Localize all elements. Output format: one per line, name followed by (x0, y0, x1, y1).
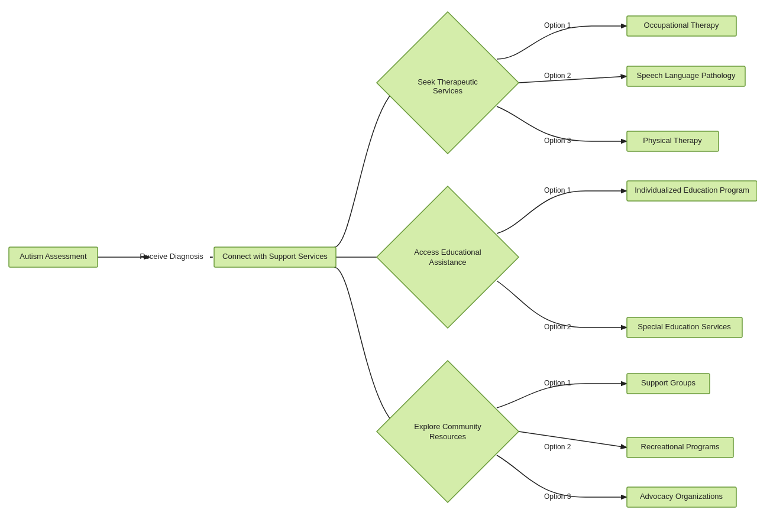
explore-community-node (377, 361, 519, 502)
edge-community-to-sg (497, 384, 585, 408)
seek-therapeutic-label: Seek Therapeutic (418, 77, 478, 86)
edge-connect-to-therapeutic (334, 83, 409, 247)
edge-therapeutic-to-ot (497, 26, 591, 59)
explore-community-label2: Resources (429, 432, 467, 441)
option1-therapeutic-label: Option 1 (544, 21, 571, 30)
edge-educational-to-iep (497, 191, 585, 233)
occupational-therapy-label: Occupational Therapy (644, 21, 719, 30)
option1-educational-label: Option 1 (544, 186, 571, 194)
edge-community-to-ao (497, 455, 585, 497)
explore-community-label: Explore Community (414, 422, 481, 431)
edge-connect-to-community (334, 267, 409, 432)
option3-community-label: Option 3 (544, 492, 571, 501)
iep-label: Individualized Education Program (635, 186, 749, 194)
connect-support-label: Connect with Support Services (222, 252, 328, 261)
option1-community-label: Option 1 (544, 379, 571, 387)
seek-therapeutic-label2: Services (433, 86, 462, 95)
access-educational-label2: Assistance (429, 258, 467, 267)
physical-therapy-label: Physical Therapy (643, 136, 702, 145)
support-groups-label: Support Groups (641, 378, 695, 387)
recreational-programs-label: Recreational Programs (641, 442, 720, 451)
access-educational-label: Access Educational (414, 248, 481, 257)
receive-diagnosis-label: Receive Diagnosis (140, 252, 203, 261)
edge-community-to-rp (519, 432, 627, 447)
edge-therapeutic-to-slp (519, 76, 627, 83)
option2-therapeutic-label: Option 2 (544, 72, 571, 80)
autism-assessment-label: Autism Assessment (20, 252, 87, 261)
option2-community-label: Option 2 (544, 443, 571, 451)
edge-therapeutic-to-pt (497, 106, 591, 141)
advocacy-organizations-label: Advocacy Organizations (640, 492, 723, 501)
ses-label: Special Education Services (638, 322, 731, 331)
access-educational-node (377, 186, 519, 328)
edge-educational-to-ses (497, 281, 585, 327)
option3-therapeutic-label: Option 3 (544, 137, 571, 145)
speech-language-label: Speech Language Pathology (637, 71, 736, 80)
option2-educational-label: Option 2 (544, 323, 571, 331)
